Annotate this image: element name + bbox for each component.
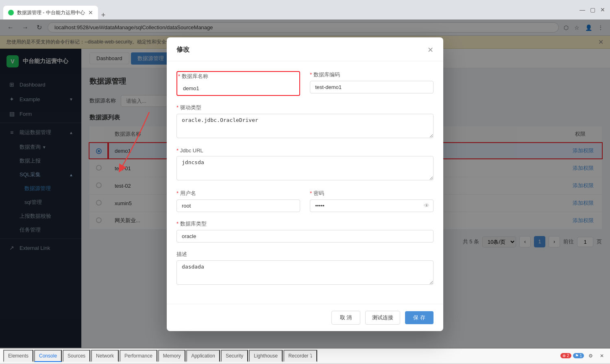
devtools-tab-security[interactable]: Security [221, 350, 248, 362]
modal-title: 修改 [176, 46, 190, 54]
devtools-tab-console[interactable]: Console [34, 350, 62, 362]
dbname-input[interactable] [178, 82, 298, 94]
username-label: 用户名 [176, 190, 300, 197]
form-item-description: 描述 dasdada [176, 251, 434, 286]
devtools-tab-elements[interactable]: Elements [3, 350, 33, 362]
close-browser-btn[interactable]: ✕ [599, 5, 607, 15]
tab-favicon [8, 10, 14, 15]
modal-close-btn[interactable]: ✕ [427, 46, 434, 54]
modal: 修改 ✕ 数据库名称 数据库编码 驱动类型 [167, 37, 443, 331]
modal-overlay: 修改 ✕ 数据库名称 数据库编码 驱动类型 [0, 20, 610, 349]
form-item-dbname: 数据库名称 [176, 71, 300, 96]
devtools-settings-btn[interactable]: ⚙ [586, 351, 595, 361]
devtools-tab-recorder[interactable]: Recorder ⤵ [283, 350, 317, 362]
dbcode-label: 数据库编码 [310, 71, 434, 78]
dbname-highlight: 数据库名称 [176, 71, 300, 96]
driver-label: 驱动类型 [176, 104, 434, 111]
dbname-label: 数据库名称 [178, 73, 298, 80]
password-toggle-icon[interactable]: 👁 [424, 202, 429, 209]
error-badge: ⊗ 2 [560, 353, 571, 358]
form-row-5: 数据库类型 [176, 220, 434, 243]
password-wrapper: 👁 [310, 199, 434, 212]
dbcode-input[interactable] [310, 81, 434, 93]
form-item-jdbc: Jdbc URL jdncsda [176, 147, 434, 182]
active-tab[interactable]: 数据源管理 - 中台能力运用中心 ✕ [3, 6, 98, 20]
form-item-driver: 驱动类型 oracle.jdbc.OracleDriver [176, 104, 434, 139]
save-btn[interactable]: 保 存 [405, 311, 434, 324]
dbtype-input[interactable] [176, 230, 434, 243]
devtools-tab-lighthouse[interactable]: Lighthouse [249, 350, 283, 362]
form-row-4: 用户名 密码 👁 [176, 190, 434, 212]
devtools-close-btn[interactable]: ✕ [597, 351, 607, 361]
password-input[interactable] [310, 199, 434, 212]
username-input[interactable] [176, 199, 300, 212]
devtools-tab-sources[interactable]: Sources [63, 350, 90, 362]
cancel-btn[interactable]: 取 消 [331, 311, 361, 325]
devtools-tab-application[interactable]: Application [186, 350, 220, 362]
modal-footer: 取 消 测试连接 保 存 [167, 304, 443, 331]
warning-badge: ⚑ 1 [573, 353, 584, 358]
form-item-username: 用户名 [176, 190, 300, 212]
devtools-actions: ⊗ 2 ⚑ 1 ⚙ ✕ [560, 351, 607, 361]
devtools-tabs: Elements Console Sources Network Perform… [0, 348, 610, 364]
new-tab-btn[interactable]: + [98, 11, 109, 20]
form-row-3: Jdbc URL jdncsda [176, 147, 434, 182]
devtools-tab-performance[interactable]: Performance [120, 350, 157, 362]
form-row-2: 驱动类型 oracle.jdbc.OracleDriver [176, 104, 434, 139]
browser-chrome: 数据源管理 - 中台能力运用中心 ✕ + — ▢ ✕ [0, 0, 610, 20]
tab-bar: 数据源管理 - 中台能力运用中心 ✕ + [3, 0, 109, 20]
devtools: Elements Console Sources Network Perform… [0, 348, 610, 364]
tab-close-btn[interactable]: ✕ [88, 9, 93, 16]
minimize-btn[interactable]: — [578, 5, 587, 15]
dbtype-label: 数据库类型 [176, 220, 434, 228]
form-row-6: 描述 dasdada [176, 251, 434, 286]
devtools-tab-network[interactable]: Network [91, 350, 119, 362]
arrow-annotation [105, 108, 166, 173]
description-label: 描述 [176, 251, 434, 258]
form-item-password: 密码 👁 [310, 190, 434, 212]
tab-title: 数据源管理 - 中台能力运用中心 [17, 9, 85, 16]
driver-textarea[interactable]: oracle.jdbc.OracleDriver [176, 114, 434, 138]
form-item-dbtype: 数据库类型 [176, 220, 434, 243]
maximize-btn[interactable]: ▢ [588, 5, 597, 15]
devtools-tab-memory[interactable]: Memory [158, 350, 185, 362]
description-textarea[interactable]: dasdada [176, 260, 434, 285]
form-row-1: 数据库名称 数据库编码 [176, 71, 434, 96]
modal-header: 修改 ✕ [167, 37, 443, 61]
modal-body: 数据库名称 数据库编码 驱动类型 oracle.jdbc.OracleDrive… [167, 61, 443, 304]
test-connection-btn[interactable]: 测试连接 [365, 311, 400, 325]
jdbc-label: Jdbc URL [176, 147, 434, 154]
password-label: 密码 [310, 190, 434, 197]
jdbc-textarea[interactable]: jdncsda [176, 156, 434, 180]
form-item-dbcode: 数据库编码 [310, 71, 434, 96]
